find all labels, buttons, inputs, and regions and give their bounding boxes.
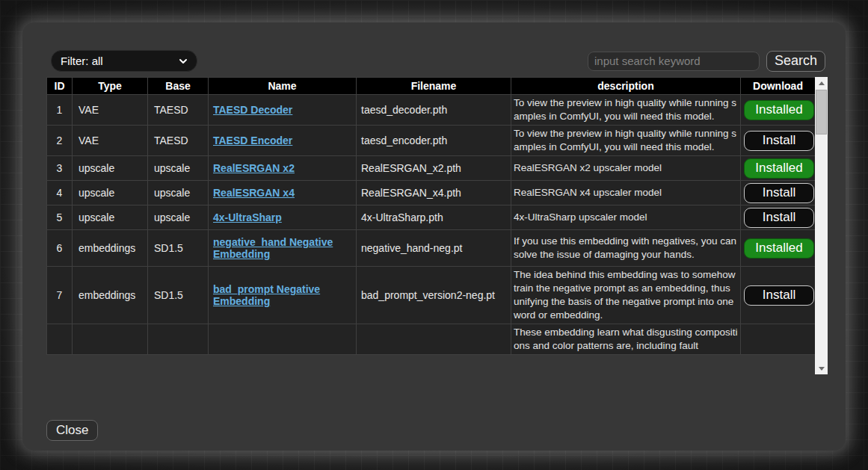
model-name-link[interactable]: TAESD Encoder [213, 134, 292, 146]
cell-description: The idea behind this embedding was to so… [511, 267, 741, 324]
table-row: 4upscaleupscaleRealESRGAN x4RealESRGAN_x… [47, 181, 816, 205]
cell-filename: taesd_encoder.pth [357, 126, 511, 156]
cell-name: bad_prompt Negative Embedding [209, 267, 357, 324]
cell-type: VAE [73, 95, 148, 126]
cell-name: 4x-UltraSharp [209, 205, 357, 230]
column-header-type: Type [73, 78, 148, 95]
model-table-scroll-area: IDTypeBaseNameFilenamedescriptionDownloa… [46, 77, 815, 374]
chevron-down-icon [179, 57, 188, 66]
filter-dropdown-label: Filter: all [61, 55, 103, 67]
filter-dropdown[interactable]: Filter: all [51, 50, 197, 72]
search-area: Search [588, 51, 825, 72]
cell-type: upscale [73, 181, 148, 205]
cell-filename: bad_prompt_version2-neg.pt [357, 267, 511, 324]
cell-base: TAESD [148, 126, 209, 156]
cell-download [741, 324, 816, 355]
model-name-link[interactable]: RealESRGAN x2 [213, 162, 295, 174]
cell-download: Installed [741, 95, 816, 126]
cell-filename: taesd_decoder.pth [357, 95, 511, 126]
cell-download: Installed [741, 156, 816, 181]
table-row: 3upscaleupscaleRealESRGAN x2RealESRGAN_x… [47, 156, 816, 181]
cell-id: 1 [47, 95, 73, 126]
table-row: 7embeddingsSD1.5bad_prompt Negative Embe… [47, 267, 816, 324]
table-row: These embedding learn what disgusting co… [47, 324, 816, 355]
cell-id: 5 [47, 205, 73, 230]
cell-download: Installed [741, 230, 816, 267]
cell-filename [357, 324, 511, 355]
cell-type: embeddings [73, 230, 148, 267]
cell-id [47, 324, 73, 355]
cell-name [209, 324, 357, 355]
cell-download: Install [741, 267, 816, 324]
cell-base: upscale [148, 156, 209, 181]
cell-name: RealESRGAN x4 [209, 181, 357, 205]
cell-download: Install [741, 181, 816, 205]
model-name-link[interactable]: 4x-UltraSharp [213, 211, 282, 223]
cell-filename: negative_hand-neg.pt [357, 230, 511, 267]
installed-button[interactable]: Installed [744, 100, 814, 120]
toolbar: Filter: all Search [51, 50, 825, 72]
model-table: IDTypeBaseNameFilenamedescriptionDownloa… [46, 77, 815, 355]
scroll-down-button[interactable] [815, 362, 828, 374]
cell-id: 3 [47, 156, 73, 181]
column-header-id: ID [47, 78, 73, 95]
cell-filename: 4x-UltraSharp.pth [357, 205, 511, 230]
cell-filename: RealESRGAN_x4.pth [357, 181, 511, 205]
cell-type: upscale [73, 156, 148, 181]
model-name-link[interactable]: negative_hand Negative Embedding [213, 236, 333, 260]
table-header-row: IDTypeBaseNameFilenamedescriptionDownloa… [47, 78, 816, 95]
search-button[interactable]: Search [766, 51, 825, 72]
scroll-up-button[interactable] [815, 77, 828, 89]
model-table-zone: IDTypeBaseNameFilenamedescriptionDownloa… [46, 77, 828, 374]
table-row: 6embeddingsSD1.5negative_hand Negative E… [47, 230, 816, 267]
scroll-up-arrow-icon [819, 81, 825, 85]
vertical-scrollbar[interactable] [815, 77, 828, 374]
install-button[interactable]: Install [744, 208, 814, 228]
cell-id: 2 [47, 126, 73, 156]
search-input[interactable] [588, 52, 760, 71]
cell-base: upscale [148, 205, 209, 230]
column-header-download: Download [741, 78, 816, 95]
install-button[interactable]: Install [744, 285, 814, 306]
cell-description: RealESRGAN x4 upscaler model [511, 181, 741, 205]
cell-id: 7 [47, 267, 73, 324]
cell-description: RealESRGAN x2 upscaler model [511, 156, 741, 181]
table-row: 1VAETAESDTAESD Decodertaesd_decoder.pthT… [47, 95, 816, 126]
column-header-filename: Filename [357, 78, 511, 95]
cell-type: upscale [73, 205, 148, 230]
install-button[interactable]: Install [744, 131, 814, 151]
column-header-description: description [511, 78, 741, 95]
cell-type: VAE [73, 126, 148, 156]
cell-type [73, 324, 148, 355]
scroll-down-arrow-icon [819, 367, 825, 371]
cell-id: 6 [47, 230, 73, 267]
cell-name: negative_hand Negative Embedding [209, 230, 357, 267]
model-manager-dialog: Filter: all Search IDTypeBaseNameFilenam… [22, 22, 846, 451]
cell-description: To view the preview in high quality whil… [511, 95, 741, 126]
cell-base: SD1.5 [148, 230, 209, 267]
cell-description: These embedding learn what disgusting co… [511, 324, 741, 355]
table-row: 2VAETAESDTAESD Encodertaesd_encoder.pthT… [47, 126, 816, 156]
cell-base: SD1.5 [148, 267, 209, 324]
scrollbar-thumb[interactable] [816, 90, 827, 134]
cell-description: 4x-UltraSharp upscaler model [511, 205, 741, 230]
close-button[interactable]: Close [46, 420, 98, 441]
model-name-link[interactable]: bad_prompt Negative Embedding [213, 283, 320, 307]
cell-filename: RealESRGAN_x2.pth [357, 156, 511, 181]
cell-description: If you use this embedding with negatives… [511, 230, 741, 267]
cell-id: 4 [47, 181, 73, 205]
column-header-base: Base [148, 78, 209, 95]
cell-download: Install [741, 205, 816, 230]
install-button[interactable]: Install [744, 183, 814, 203]
model-name-link[interactable]: RealESRGAN x4 [213, 187, 295, 199]
cell-name: RealESRGAN x2 [209, 156, 357, 181]
cell-name: TAESD Encoder [209, 126, 357, 156]
cell-type: embeddings [73, 267, 148, 324]
model-name-link[interactable]: TAESD Decoder [213, 104, 292, 116]
installed-button[interactable]: Installed [744, 238, 814, 259]
cell-base [148, 324, 209, 355]
cell-download: Install [741, 126, 816, 156]
cell-base: upscale [148, 181, 209, 205]
table-row: 5upscaleupscale4x-UltraSharp4x-UltraShar… [47, 205, 816, 230]
installed-button[interactable]: Installed [744, 158, 814, 179]
